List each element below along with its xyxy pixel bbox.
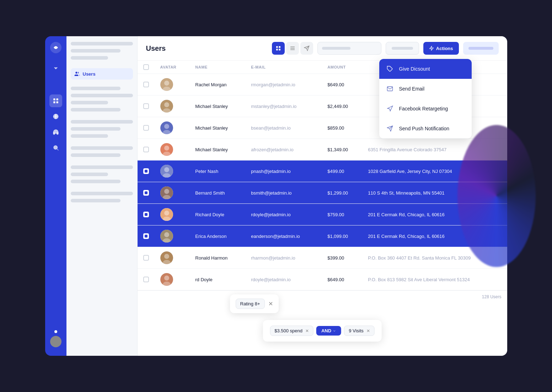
svg-rect-3 — [53, 102, 55, 103]
avatar — [160, 186, 173, 199]
chevron-down-icon[interactable] — [49, 62, 62, 75]
and-button[interactable]: AND — [316, 326, 341, 336]
list-view-button[interactable] — [286, 42, 299, 55]
filter-footer-bar: $3.500 spend ✕ AND 9 Visits ✕ — [263, 320, 382, 342]
row-checkbox[interactable] — [143, 233, 149, 239]
row-select-cell[interactable] — [138, 139, 155, 160]
send-email-item[interactable]: Send Email — [379, 79, 472, 99]
avatar — [160, 230, 173, 243]
svg-line-7 — [57, 149, 58, 150]
row-email-cell: mstanley@jetadmin.io — [245, 96, 322, 117]
row-select-cell[interactable] — [138, 269, 155, 290]
nav-placeholder-17 — [71, 199, 120, 202]
row-email-cell: pnash@jetadmin.io — [245, 160, 322, 182]
nav-placeholder-9 — [71, 127, 120, 131]
nav-placeholder-2 — [71, 49, 120, 53]
row-select-cell[interactable] — [138, 96, 155, 117]
mail-icon — [385, 84, 395, 94]
table-row[interactable]: Erica Anderson eanderson@jetadmin.io $1,… — [138, 225, 507, 247]
dropdown-item-label: Give Dicsount — [399, 66, 430, 72]
select-all-checkbox[interactable] — [143, 64, 149, 70]
sidebar-item-users[interactable]: Users — [71, 68, 133, 80]
nav-placeholder-8 — [71, 120, 133, 124]
nav-placeholder-1 — [71, 42, 133, 45]
facebook-retargeting-item[interactable]: Facebook Retargeting — [379, 99, 472, 119]
avatar-header: AVATAR — [155, 61, 190, 74]
grid-view-button[interactable] — [272, 42, 285, 55]
row-checkbox[interactable] — [143, 147, 149, 152]
svg-point-8 — [75, 72, 77, 74]
search-icon[interactable] — [49, 141, 62, 154]
svg-point-32 — [164, 167, 169, 172]
row-email-cell: eanderson@jetadmin.io — [245, 225, 322, 247]
avatar — [160, 165, 173, 178]
table-row[interactable]: Michael Stanley afrozen@jetadmin.io $1,3… — [138, 139, 507, 160]
row-avatar-cell — [155, 182, 190, 204]
user-avatar[interactable] — [50, 336, 61, 347]
row-email-cell: rmorgan@jetadmin.io — [245, 74, 322, 96]
row-checkbox[interactable] — [143, 103, 149, 109]
row-checkbox[interactable] — [143, 82, 149, 87]
nav-placeholder-5 — [71, 94, 133, 97]
grid-icon[interactable] — [49, 94, 62, 107]
svg-point-23 — [164, 102, 169, 107]
select-all-header[interactable] — [138, 61, 155, 74]
svg-marker-18 — [430, 46, 434, 50]
row-amount-cell: $649.00 — [322, 269, 362, 290]
svg-rect-4 — [56, 102, 58, 103]
row-name-cell: Bernard Smith — [189, 182, 245, 204]
avatar — [160, 121, 173, 134]
table-row[interactable]: Bernard Smith bsmith@jetadmin.io $1,299.… — [138, 182, 507, 204]
nav-placeholder-15 — [71, 180, 120, 183]
visits-filter-label: 9 Visits — [349, 328, 364, 333]
svg-point-38 — [164, 211, 169, 216]
visits-filter-tag: 9 Visits ✕ — [344, 326, 375, 336]
globe-icon[interactable] — [49, 110, 62, 123]
name-header: NAME — [189, 61, 245, 74]
row-checkbox[interactable] — [143, 125, 149, 131]
rating-close-button[interactable]: ✕ — [268, 300, 273, 307]
send-view-button[interactable] — [300, 42, 313, 55]
email-header: E-MAIL — [245, 61, 322, 74]
nav-placeholder-3 — [71, 56, 108, 60]
table-row[interactable]: Peter Nash pnash@jetadmin.io $499.00 102… — [138, 160, 507, 182]
row-select-cell[interactable] — [138, 117, 155, 139]
row-avatar-cell — [155, 269, 190, 290]
row-name-cell: rd Doyle — [189, 269, 245, 290]
table-row[interactable]: rd Doyle rdoyle@jetadmin.io $649.00 P.O.… — [138, 269, 507, 290]
actions-button[interactable]: Actions — [423, 42, 459, 55]
visits-filter-close[interactable]: ✕ — [366, 328, 370, 333]
send-push-item[interactable]: Send Push Notification — [379, 119, 472, 138]
row-checkbox[interactable] — [143, 277, 149, 282]
svg-rect-2 — [56, 98, 58, 100]
row-checkbox[interactable] — [143, 255, 149, 261]
row-avatar-cell — [155, 204, 190, 225]
spend-filter-close[interactable]: ✕ — [305, 328, 309, 333]
row-select-cell[interactable] — [138, 74, 155, 96]
row-amount-cell: $649.00 — [322, 74, 362, 96]
row-avatar-cell — [155, 160, 190, 182]
row-select-cell[interactable] — [138, 204, 155, 225]
row-name-cell: Ronald Harmon — [189, 247, 245, 269]
filter-button[interactable] — [386, 42, 419, 55]
row-select-cell[interactable] — [138, 225, 155, 247]
row-select-cell[interactable] — [138, 160, 155, 182]
row-amount-cell: $1,349.00 — [322, 139, 362, 160]
headset-icon[interactable] — [49, 126, 62, 138]
row-checkbox[interactable] — [143, 168, 149, 174]
row-checkbox[interactable] — [143, 212, 149, 217]
table-row[interactable]: Richard Doyle rdoyle@jetadmin.io $759.00… — [138, 204, 507, 225]
row-select-cell[interactable] — [138, 247, 155, 269]
export-button[interactable] — [463, 42, 499, 55]
search-bar[interactable] — [317, 42, 381, 55]
table-row[interactable]: Ronald Harmon rharmon@jetadmin.io $399.0… — [138, 247, 507, 269]
row-checkbox[interactable] — [143, 190, 149, 196]
row-email-cell: rdoyle@jetadmin.io — [245, 204, 322, 225]
dropdown-item-label: Send Push Notification — [399, 126, 450, 131]
sidebar-item-users-label: Users — [83, 71, 96, 77]
row-email-cell: bsean@jetadmin.io — [245, 117, 322, 139]
row-address-cell: P.O. Box 813 5982 Sit Ave Liberal Vermon… — [362, 269, 507, 290]
row-select-cell[interactable] — [138, 182, 155, 204]
dropdown-item-label: Facebook Retargeting — [399, 106, 448, 111]
give-discount-item[interactable]: Give Dicsount — [379, 59, 472, 79]
